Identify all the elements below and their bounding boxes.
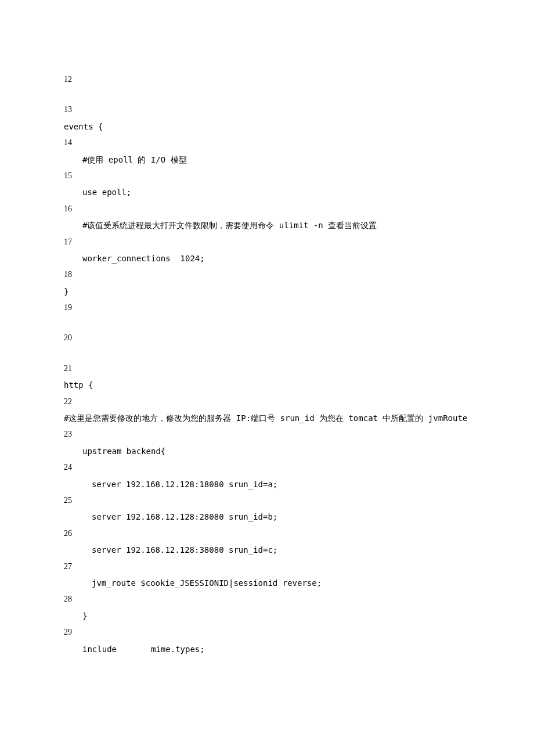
line-number: 21 — [64, 362, 470, 375]
code-line: #这里是您需要修改的地方，修改为您的服务器 IP:端口号 srun_id 为您在… — [64, 412, 470, 424]
code-line: } — [64, 285, 470, 298]
code-line: #该值受系统进程最大打开文件数限制，需要使用命令 ulimit -n 查看当前设… — [64, 219, 470, 232]
line-number: 18 — [64, 268, 470, 281]
code-line: use epoll; — [64, 186, 470, 199]
line-number: 23 — [64, 428, 470, 441]
code-line: server 192.168.12.128:28080 srun_id=b; — [64, 510, 470, 523]
blank-line — [64, 348, 470, 359]
blank-line — [64, 89, 470, 100]
line-number: 28 — [64, 593, 470, 606]
line-number: 20 — [64, 332, 470, 344]
line-number: 15 — [64, 170, 470, 182]
line-number: 17 — [64, 236, 470, 249]
line-number: 27 — [64, 560, 470, 573]
line-number: 22 — [64, 395, 470, 408]
line-number: 12 — [64, 73, 470, 86]
line-number: 16 — [64, 203, 470, 215]
line-number: 25 — [64, 494, 470, 507]
code-line: #使用 epoll 的 I/O 模型 — [64, 153, 470, 166]
blank-line — [64, 318, 470, 328]
line-number: 19 — [64, 301, 470, 314]
code-line: include mime.types; — [64, 643, 470, 656]
code-line: server 192.168.12.128:38080 srun_id=c; — [64, 543, 470, 556]
code-line: server 192.168.12.128:18080 srun_id=a; — [64, 478, 470, 491]
code-line: } — [64, 610, 470, 622]
line-number: 14 — [64, 136, 470, 149]
code-line: upstream backend{ — [64, 445, 470, 458]
line-number: 26 — [64, 527, 470, 540]
line-number: 24 — [64, 461, 470, 474]
code-line: http { — [64, 379, 470, 391]
code-line: jvm_route $cookie_JSESSIONID|sessionid r… — [64, 577, 470, 589]
line-number: 29 — [64, 626, 470, 639]
line-number: 13 — [64, 103, 470, 116]
code-line: worker_connections 1024; — [64, 252, 470, 265]
code-line: events { — [64, 120, 470, 133]
